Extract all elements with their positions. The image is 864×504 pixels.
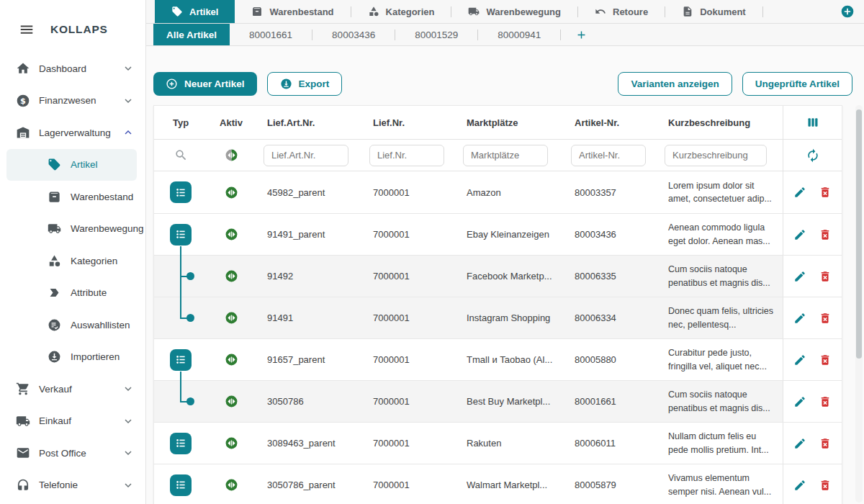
table-row[interactable]: 91491 7000001 Instagram Shopping 8000633… xyxy=(154,297,842,338)
sidebar-item-einkauf[interactable]: Einkauf xyxy=(0,405,145,438)
active-status-icon xyxy=(225,228,238,241)
scrollbar-thumb[interactable] xyxy=(856,109,862,359)
sidebar-item-lagerverwaltung[interactable]: Lagerverwaltung xyxy=(0,117,145,149)
subtab-80001529[interactable]: 80001529 xyxy=(395,24,477,45)
tab-warenbewegung[interactable]: Warenbewegung xyxy=(451,0,577,23)
typ-cell xyxy=(154,464,207,504)
edit-button[interactable] xyxy=(793,395,806,408)
table-row[interactable]: 3050786 7000001 Best Buy Marketpl... 800… xyxy=(154,380,842,422)
sidebar-item-telefonie[interactable]: Telefonie xyxy=(0,469,145,502)
col-header-artikel-nr[interactable]: Artikel-Nr. xyxy=(562,106,656,139)
tab-retoure[interactable]: Retoure xyxy=(578,0,665,23)
toolbar: Neuer Artikel Export Varianten anzeigen … xyxy=(153,72,852,96)
article-type-icon[interactable] xyxy=(170,349,192,371)
content-area: Neuer Artikel Export Varianten anzeigen … xyxy=(146,46,864,504)
search-icon[interactable] xyxy=(174,148,188,162)
module-tabbar: Artikel Warenbestand Kategorien Warenbew… xyxy=(146,0,864,24)
typ-cell xyxy=(154,256,207,297)
box-icon xyxy=(251,6,263,17)
tab-kategorien[interactable]: Kategorien xyxy=(351,0,451,23)
kurzbeschreibung-filter-input[interactable] xyxy=(665,145,767,166)
delete-button[interactable] xyxy=(819,395,832,408)
lief-nr-filter-input[interactable] xyxy=(369,145,444,166)
tab-dokument[interactable]: Dokument xyxy=(665,0,762,23)
lief-art-nr-filter-input[interactable] xyxy=(264,145,348,166)
delete-button[interactable] xyxy=(819,354,832,366)
tab-divider xyxy=(762,6,763,17)
delete-button[interactable] xyxy=(819,228,832,241)
delete-button[interactable] xyxy=(819,186,832,199)
delete-button[interactable] xyxy=(819,270,832,283)
new-article-button[interactable]: Neuer Artikel xyxy=(153,72,257,96)
delete-button[interactable] xyxy=(819,312,832,325)
sidebar-item-warenbewegung[interactable]: Warenbewegung xyxy=(0,213,145,246)
sidebar-item-importieren[interactable]: Importieren xyxy=(0,341,145,374)
table-row[interactable]: 45982_parent 7000001 Amazon 80003357 Lor… xyxy=(154,171,842,213)
columns-icon[interactable] xyxy=(806,115,820,130)
col-header-kurzbeschreibung[interactable]: Kurzbeschreibung xyxy=(656,106,783,139)
sidebar-item-post-office[interactable]: Post Office xyxy=(0,437,145,469)
sidebar-item-attribute[interactable]: Attribute xyxy=(0,277,145,310)
kurzbeschreibung-cell: Cum sociis natoque penatibus et magnis d… xyxy=(656,381,783,422)
subtab-80000941[interactable]: 80000941 xyxy=(478,24,560,45)
sidebar-item-finanzwesen[interactable]: $ Finanzwesen xyxy=(0,85,145,117)
lief-nr-cell: 7000001 xyxy=(361,464,454,504)
add-module-tab-button[interactable] xyxy=(840,4,855,19)
article-type-icon[interactable] xyxy=(170,474,192,496)
edit-button[interactable] xyxy=(793,228,806,241)
subtab-alle-artikel[interactable]: Alle Artikel xyxy=(153,24,230,45)
sidebar-item-dashboard[interactable]: Dashboard xyxy=(0,53,145,85)
sidebar-item-kategorien[interactable]: Kategorien xyxy=(0,245,145,277)
table-row[interactable]: 91492 7000001 Facebook Marketp... 800063… xyxy=(154,255,842,297)
table-row[interactable]: 91657_parent 7000001 Tmall и Taobao (Al.… xyxy=(154,338,842,380)
edit-button[interactable] xyxy=(793,312,806,325)
col-header-lief-nr[interactable]: Lief.Nr. xyxy=(361,106,454,139)
add-circle-icon xyxy=(166,78,178,90)
table-row[interactable]: 91491_parent 7000001 Ebay Kleinanzeigen … xyxy=(154,213,842,255)
sidebar-item-auswahllisten[interactable]: Auswahllisten xyxy=(0,309,145,341)
edit-button[interactable] xyxy=(793,437,806,450)
col-header-lief-art-nr[interactable]: Lief.Art.Nr. xyxy=(255,106,361,139)
edit-button[interactable] xyxy=(793,479,806,492)
refresh-icon[interactable] xyxy=(806,148,820,163)
chevron-down-icon xyxy=(122,415,135,428)
chevron-down-icon xyxy=(122,382,135,395)
delete-button[interactable] xyxy=(819,437,832,450)
aktiv-cell xyxy=(207,381,255,422)
article-type-icon[interactable] xyxy=(170,224,192,246)
table-body: 45982_parent 7000001 Amazon 80003357 Lor… xyxy=(154,171,842,504)
tab-warenbestand[interactable]: Warenbestand xyxy=(235,0,350,23)
active-filter-icon[interactable] xyxy=(225,148,238,162)
edit-button[interactable] xyxy=(793,186,806,199)
artikel-nr-filter-input[interactable] xyxy=(571,145,646,166)
chevron-down-icon xyxy=(122,94,135,107)
category-icon xyxy=(48,254,61,268)
col-header-aktiv[interactable]: Aktiv xyxy=(207,106,255,139)
menu-icon[interactable] xyxy=(19,22,35,37)
active-status-icon xyxy=(225,186,238,199)
tag-icon xyxy=(171,6,183,17)
export-button[interactable]: Export xyxy=(267,72,343,96)
subtab-80001661[interactable]: 80001661 xyxy=(230,24,312,45)
article-type-icon[interactable] xyxy=(170,181,192,203)
lief-nr-cell: 7000001 xyxy=(361,423,454,464)
tab-artikel[interactable]: Artikel xyxy=(155,0,235,23)
table-row[interactable]: 3089463_parent 7000001 Rakuten 80006011 … xyxy=(154,422,842,464)
show-variants-button[interactable]: Varianten anzeigen xyxy=(618,72,732,96)
sidebar-item-warenbestand[interactable]: Warenbestand xyxy=(0,181,145,213)
add-article-tab-button[interactable] xyxy=(575,29,588,41)
edit-button[interactable] xyxy=(793,354,806,366)
subtab-80003436[interactable]: 80003436 xyxy=(312,24,395,45)
lief-art-nr-cell: 91491_parent xyxy=(255,214,361,255)
table-filter-row xyxy=(154,140,842,171)
article-type-icon[interactable] xyxy=(170,433,192,454)
edit-button[interactable] xyxy=(793,270,806,283)
unverified-articles-button[interactable]: Ungeprüfte Artikel xyxy=(742,72,852,96)
table-row[interactable]: 3050786_parent 7000001 Walmart Marketpl.… xyxy=(154,464,842,504)
col-header-typ[interactable]: Typ xyxy=(154,106,207,139)
sidebar-item-verkauf[interactable]: Verkauf xyxy=(0,373,145,405)
col-header-marktplaetze[interactable]: Marktplätze xyxy=(454,106,562,139)
sidebar-item-artikel[interactable]: Artikel xyxy=(6,149,137,181)
delete-button[interactable] xyxy=(819,479,832,492)
marktplaetze-filter-input[interactable] xyxy=(463,145,548,166)
